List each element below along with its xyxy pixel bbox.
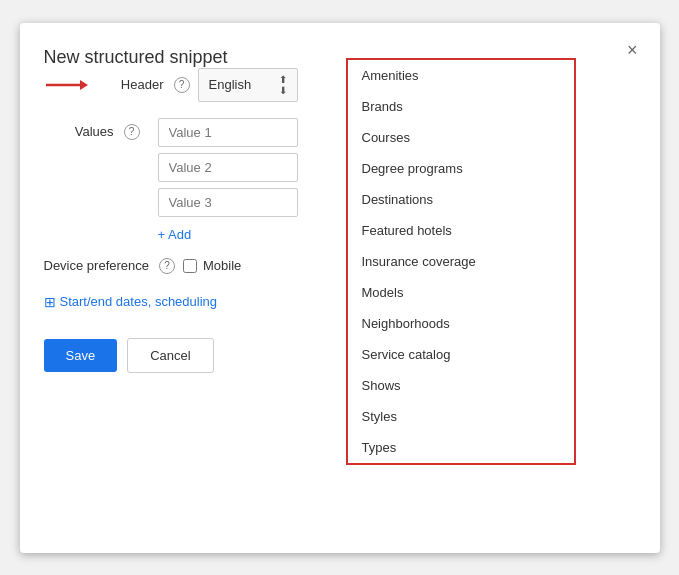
scheduling-row: ⊞ Start/end dates, scheduling xyxy=(44,294,348,310)
select-arrow-icon: ⬆⬇ xyxy=(279,74,287,96)
values-row: Values ? + Add xyxy=(44,118,348,242)
dropdown-item[interactable]: Featured hotels xyxy=(348,215,574,246)
scheduling-link[interactable]: Start/end dates, scheduling xyxy=(60,294,218,309)
value-3-input[interactable] xyxy=(158,188,298,217)
dropdown-item[interactable]: Shows xyxy=(348,370,574,401)
dropdown-item[interactable]: Service catalog xyxy=(348,339,574,370)
left-panel: Header ? English ⬆⬇ Values ? + Add xyxy=(44,68,364,373)
close-button[interactable]: × xyxy=(621,39,644,61)
dropdown-item[interactable]: Amenities xyxy=(348,60,574,91)
dropdown-item[interactable]: Courses xyxy=(348,122,574,153)
header-select-value: English xyxy=(209,77,252,92)
dropdown-item[interactable]: Neighborhoods xyxy=(348,308,574,339)
header-label: Header xyxy=(94,77,174,92)
mobile-label: Mobile xyxy=(203,258,241,273)
button-row: Save Cancel xyxy=(44,338,348,373)
value-1-input[interactable] xyxy=(158,118,298,147)
red-arrow-icon xyxy=(44,77,88,93)
dropdown-item[interactable]: Types xyxy=(348,432,574,463)
dialog: New structured snippet × Header ? Englis… xyxy=(20,23,660,553)
cancel-button[interactable]: Cancel xyxy=(127,338,213,373)
header-select[interactable]: English ⬆⬇ xyxy=(198,68,298,102)
values-help-icon[interactable]: ? xyxy=(124,124,140,140)
header-row: Header ? English ⬆⬇ xyxy=(44,68,348,102)
dropdown-item[interactable]: Styles xyxy=(348,401,574,432)
device-help-icon[interactable]: ? xyxy=(159,258,175,274)
values-label: Values xyxy=(44,124,124,139)
dropdown-item[interactable]: Insurance coverage xyxy=(348,246,574,277)
add-value-link[interactable]: + Add xyxy=(158,227,298,242)
device-row: Device preference ? Mobile xyxy=(44,258,348,274)
content-area: Header ? English ⬆⬇ Values ? + Add xyxy=(44,68,636,373)
values-inputs: + Add xyxy=(158,118,298,242)
dropdown-item[interactable]: Degree programs xyxy=(348,153,574,184)
expand-icon[interactable]: ⊞ xyxy=(44,294,56,310)
dropdown-item[interactable]: Destinations xyxy=(348,184,574,215)
device-label: Device preference xyxy=(44,258,160,273)
svg-marker-1 xyxy=(80,80,88,90)
header-help-icon[interactable]: ? xyxy=(174,77,190,93)
dropdown-panel: AmenitiesBrandsCoursesDegree programsDes… xyxy=(346,58,576,465)
dialog-title: New structured snippet xyxy=(44,47,228,67)
value-2-input[interactable] xyxy=(158,153,298,182)
dropdown-item[interactable]: Brands xyxy=(348,91,574,122)
dropdown-item[interactable]: Models xyxy=(348,277,574,308)
save-button[interactable]: Save xyxy=(44,339,118,372)
values-label-group: Values ? xyxy=(44,118,158,140)
mobile-checkbox[interactable] xyxy=(183,259,197,273)
